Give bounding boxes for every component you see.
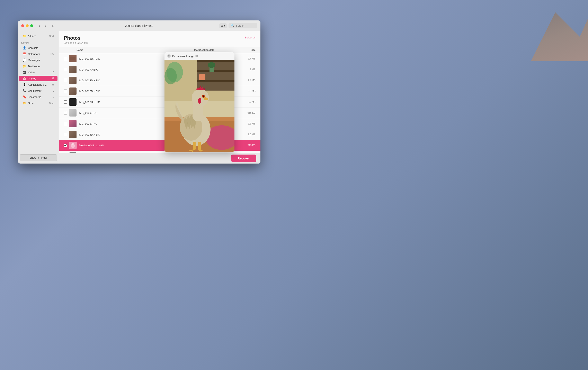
row-checkbox[interactable]: [64, 100, 67, 104]
col-date-header: Modification date: [194, 49, 239, 51]
file-size: 2.3 MB: [239, 90, 255, 93]
titlebar-right: ⊞ ▾ 🔍: [219, 23, 257, 28]
file-size: 665 KB: [239, 111, 255, 114]
svg-point-4: [72, 143, 74, 145]
preview-close-button[interactable]: ✕: [167, 54, 171, 58]
sidebar-calendars-count: 127: [50, 52, 54, 55]
sidebar-other-count: 4353: [49, 102, 54, 104]
file-size: 519 KB: [239, 144, 255, 147]
file-size: 2.4 MB: [239, 79, 255, 82]
chevron-down-icon: ▾: [224, 24, 225, 27]
preview-title: PreviewWellImage.tiff: [172, 55, 198, 58]
sidebar-call-history-label: Call History: [28, 89, 51, 92]
main-window: ‹ › ⌂ Joel Lockard's iPhone ⊞ ▾ 🔍 📁 All …: [18, 20, 261, 163]
maximize-button[interactable]: [30, 24, 33, 27]
file-size: 2 MB: [239, 68, 255, 71]
recover-button[interactable]: Recover: [231, 155, 256, 162]
sidebar-other-label: Other: [28, 102, 47, 105]
sidebar-item-photos[interactable]: 🌸 Photos 82: [19, 76, 57, 81]
bottom-bar: Recover: [59, 153, 261, 163]
row-checkbox[interactable]: [64, 111, 67, 114]
svg-rect-11: [197, 70, 234, 72]
sidebar-item-messages[interactable]: 💬 Messages: [19, 57, 57, 63]
back-button[interactable]: ‹: [36, 23, 42, 28]
sidebar-applications-count: 81: [52, 83, 54, 86]
svg-rect-12: [197, 80, 234, 82]
sidebar-calendars-label: Calendars: [28, 52, 49, 56]
main-header: Photos 82 files on 223.4 MB Select all: [59, 31, 261, 47]
sidebar-bottom: Show in Finder: [18, 152, 59, 163]
messages-icon: 💬: [22, 59, 26, 62]
close-icon: ✕: [168, 55, 170, 57]
home-button[interactable]: ⌂: [50, 23, 56, 29]
sidebar-item-all-files[interactable]: 📁 All files 4661: [19, 33, 57, 39]
sidebar-library-label: Library: [18, 39, 59, 45]
sidebar-item-bookmarks[interactable]: 🔖 Bookmarks 0: [19, 94, 57, 100]
applications-icon: 📱: [22, 83, 26, 86]
svg-rect-30: [198, 142, 201, 150]
sidebar-call-history-count: 0: [53, 89, 54, 92]
row-checkbox[interactable]: [64, 122, 67, 125]
svg-rect-10: [197, 60, 234, 62]
sidebar-item-applications[interactable]: 📱 Applications p... 81: [19, 82, 57, 88]
sidebar-item-other[interactable]: 📂 Other 4353: [19, 100, 57, 106]
view-toggle-icon: ⊞: [221, 24, 223, 27]
sidebar-item-text-notes[interactable]: 📁 Text Notes: [19, 63, 57, 69]
sidebar-item-calendars[interactable]: 📅 Calendars 127: [19, 51, 57, 57]
show-finder-button[interactable]: Show in Finder: [20, 154, 57, 161]
row-checkbox[interactable]: [64, 144, 67, 147]
svg-point-28: [204, 96, 204, 96]
nav-buttons: ‹ ›: [36, 23, 49, 28]
background-decoration: [506, 0, 588, 61]
photos-icon: 🌸: [22, 77, 26, 80]
file-thumbnail: [69, 131, 76, 138]
sidebar-bookmarks-label: Bookmarks: [28, 95, 51, 99]
file-thumbnail: [69, 88, 76, 95]
titlebar: ‹ › ⌂ Joel Lockard's iPhone ⊞ ▾ 🔍: [18, 20, 261, 31]
svg-point-25: [198, 98, 201, 104]
sidebar-item-video[interactable]: 🎥 Video 16: [19, 70, 57, 75]
close-button[interactable]: [21, 24, 24, 27]
file-size: 2.7 MB: [239, 57, 255, 60]
col-name-header: Name: [76, 49, 194, 51]
row-checkbox[interactable]: [64, 90, 67, 93]
file-thumbnail: [69, 77, 76, 84]
file-thumbnail: [69, 142, 76, 149]
sidebar-messages-label: Messages: [28, 59, 52, 62]
window-title: Joel Lockard's iPhone: [125, 24, 153, 27]
call-history-icon: 📞: [22, 89, 26, 92]
preview-popup: ✕ PreviewWellImage.tiff: [165, 52, 234, 152]
calendars-icon: 📅: [22, 52, 26, 56]
bookmarks-icon: 🔖: [22, 95, 26, 99]
row-checkbox[interactable]: [64, 68, 67, 71]
folder-icon: 📁: [22, 34, 26, 38]
sidebar-all-files-label: All files: [28, 35, 47, 38]
sidebar-photos-label: Photos: [28, 77, 50, 80]
svg-point-17: [165, 68, 177, 84]
row-checkbox[interactable]: [64, 57, 67, 60]
svg-point-14: [208, 62, 215, 68]
sidebar-text-notes-label: Text Notes: [28, 65, 52, 68]
view-toggle[interactable]: ⊞ ▾: [219, 23, 227, 28]
file-size: 3.5 MB: [239, 133, 255, 136]
minimize-button[interactable]: [26, 24, 29, 27]
select-all-button[interactable]: Select all: [245, 36, 255, 39]
page-subtitle: 82 files on 223.4 MB: [64, 41, 255, 44]
file-size: 2.5 MB: [239, 122, 255, 125]
sidebar-applications-label: Applications p...: [28, 83, 50, 86]
main-panel: Photos 82 files on 223.4 MB Select all N…: [59, 31, 261, 163]
search-icon: 🔍: [231, 24, 235, 28]
row-checkbox[interactable]: [64, 79, 67, 82]
content-area: 📁 All files 4661 Library 👤 Contacts 📅 Ca…: [18, 31, 261, 163]
sidebar-video-label: Video: [28, 71, 50, 74]
sidebar-contacts-label: Contacts: [28, 46, 52, 50]
row-checkbox[interactable]: [64, 133, 67, 136]
file-size: 2.7 MB: [239, 100, 255, 103]
sidebar-bookmarks-count: 0: [53, 95, 54, 98]
sidebar-item-call-history[interactable]: 📞 Call History 0: [19, 88, 57, 94]
forward-button[interactable]: ›: [43, 23, 49, 28]
video-icon: 🎥: [22, 71, 26, 74]
sidebar-item-contacts[interactable]: 👤 Contacts: [19, 45, 57, 51]
file-thumbnail: [69, 120, 76, 127]
search-input[interactable]: [236, 24, 255, 27]
